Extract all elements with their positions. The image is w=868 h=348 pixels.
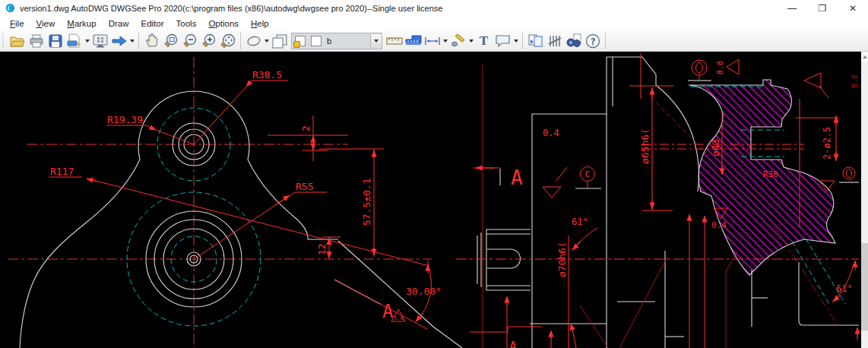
minimize-button[interactable]: —: [777, 0, 807, 16]
menu-file[interactable]: File: [4, 17, 30, 30]
comment-button[interactable]: [493, 32, 512, 50]
dia-label: ø43: [710, 139, 721, 157]
zoom-extents-icon: [220, 33, 236, 49]
fullscreen-button[interactable]: [90, 32, 109, 50]
toolbar: b: [0, 30, 868, 52]
close-button[interactable]: ✕: [838, 0, 868, 16]
radius-label: R55: [296, 181, 313, 192]
vertical-scrollbar[interactable]: [861, 52, 868, 348]
pan-button[interactable]: [142, 32, 161, 50]
dia-label: ø65h6(: [639, 128, 651, 164]
app-window: version1.dwg AutoDWG DWGSee Pro 2020(c:\…: [0, 0, 868, 348]
tolerance-label: 0.4: [543, 128, 559, 138]
dia-label: ø70h6(: [556, 242, 568, 277]
comment-bubble-icon: [495, 34, 511, 47]
tally-lines-icon: [548, 34, 562, 48]
angle-label: 61°: [836, 283, 853, 294]
angle-label: 30.00°: [406, 286, 442, 297]
datum-a-label: A: [382, 301, 394, 322]
layer-combobox[interactable]: b: [291, 33, 382, 49]
roughness-label: 0.8: [851, 74, 859, 88]
markup-shape-button[interactable]: [244, 32, 263, 50]
menu-bar: File View Markup Draw Editor Tools Optio…: [0, 16, 868, 30]
menu-editor[interactable]: Editor: [135, 17, 170, 30]
menu-draw[interactable]: Draw: [103, 17, 135, 30]
measure-distance-button[interactable]: [385, 32, 404, 50]
find-button[interactable]: [564, 32, 583, 50]
dimension-button[interactable]: [423, 32, 442, 50]
print-button[interactable]: [27, 32, 46, 50]
radius-label: R38.5: [252, 69, 282, 81]
scroll-up-icon[interactable]: [861, 52, 868, 62]
menu-options[interactable]: Options: [202, 17, 245, 30]
ruler-icon: [386, 36, 403, 46]
datum-c-label: C: [585, 169, 591, 179]
layer-color-swatch: [311, 36, 322, 46]
angle-label: 61°: [572, 217, 588, 227]
maximize-button[interactable]: ❐: [807, 0, 838, 16]
save-floppy-icon: [49, 34, 62, 48]
menu-view[interactable]: View: [30, 17, 62, 30]
menu-help[interactable]: Help: [245, 17, 275, 30]
markup-list-button[interactable]: [545, 32, 564, 50]
help-button[interactable]: ?: [583, 32, 602, 50]
convert-file-icon: [67, 33, 82, 48]
blue-arrow-icon: [112, 36, 127, 46]
text-tool-button[interactable]: T: [474, 32, 493, 50]
title-bar: version1.dwg AutoDWG DWGSee Pro 2020(c:\…: [0, 0, 868, 16]
comment-dropdown[interactable]: [512, 32, 519, 50]
open-button[interactable]: [8, 32, 27, 50]
next-page-dropdown[interactable]: [128, 32, 135, 50]
dimension-dropdown[interactable]: [442, 32, 448, 50]
pan-hand-icon: [144, 33, 159, 48]
roughness-label: 0.8: [716, 61, 724, 74]
part-outline: [20, 91, 462, 348]
toolbar-separator: [605, 33, 606, 49]
section-hatch: [689, 80, 835, 275]
layer-combobox-value: b: [327, 36, 370, 46]
toolbar-grip[interactable]: [2, 33, 4, 49]
left-view: R38.5 R19.39 R117 R55 2 57.5±0.1 12 30.0…: [8, 57, 462, 348]
binoculars-icon: [565, 33, 582, 48]
layers-button[interactable]: [270, 32, 289, 50]
drawing-canvas[interactable]: R38.5 R19.39 R117 R55 2 57.5±0.1 12 30.0…: [0, 52, 861, 348]
pen-icon: [451, 34, 466, 48]
dim-label: 2: [300, 125, 312, 131]
layer-combobox-dropdown[interactable]: [370, 34, 382, 48]
toolbar-separator: [522, 33, 523, 49]
printer-icon: [29, 34, 44, 48]
next-page-button[interactable]: [109, 32, 128, 50]
zoom-in-icon: [201, 33, 217, 49]
zoom-window-button[interactable]: [161, 32, 180, 50]
zoom-in-button[interactable]: [199, 32, 218, 50]
menu-markup[interactable]: Markup: [61, 17, 102, 30]
zoom-out-button[interactable]: [180, 32, 199, 50]
tolerance-label: 0.4: [711, 220, 727, 230]
roughness-label: 1.6: [394, 315, 404, 321]
right-view: 0.4 A C 61° ø65h6( ø70h6( ø43 0.8 0.8 R3…: [456, 53, 859, 348]
monitor-icon: [93, 34, 108, 48]
text-tool-label: T: [480, 33, 488, 49]
convert-dropdown[interactable]: [84, 32, 90, 50]
dimension-labels: R38.5 R19.39 R117 R55 2 57.5±0.1 12 30.0…: [50, 69, 442, 322]
svg-text:?: ?: [590, 36, 595, 46]
zoom-extents-button[interactable]: [218, 32, 237, 50]
dim-label: 12: [316, 243, 328, 255]
radius-label: R117: [50, 166, 74, 177]
copy-button[interactable]: [526, 32, 545, 50]
layer-lock-icon: [295, 36, 306, 46]
ellipse-tool-icon: [246, 35, 261, 47]
datum-a-label: A: [509, 339, 517, 348]
area-ruler-icon: [405, 35, 422, 47]
zoom-window-icon: [163, 33, 179, 49]
freehand-pen-button[interactable]: [448, 32, 467, 50]
scrollbar-thumb[interactable]: [861, 243, 868, 331]
convert-button[interactable]: [65, 32, 84, 50]
app-icon: [5, 3, 15, 13]
markup-shape-dropdown[interactable]: [263, 32, 270, 50]
measure-area-button[interactable]: [404, 32, 423, 50]
menu-tools[interactable]: Tools: [170, 17, 203, 30]
help-icon: ?: [585, 33, 600, 49]
save-button[interactable]: [46, 32, 65, 50]
pen-dropdown[interactable]: [467, 32, 474, 50]
